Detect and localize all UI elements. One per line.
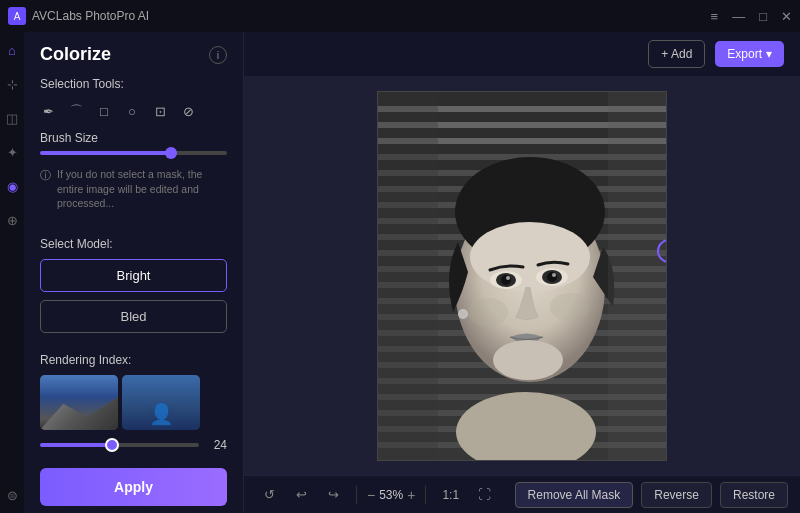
info-notice-icon: ⓘ: [40, 168, 51, 183]
sidebar-item-select[interactable]: ⊹: [2, 74, 22, 94]
thumbnail-person-image: [122, 375, 200, 430]
svg-point-39: [552, 273, 556, 277]
pen-tool[interactable]: ✒: [36, 99, 60, 123]
select-model-label: Select Model:: [40, 237, 227, 259]
rendering-slider-thumb: [105, 438, 119, 452]
export-label: Export: [727, 47, 762, 61]
titlebar: A AVCLabs PhotoPro AI ≡ — □ ✕: [0, 0, 800, 32]
model-bright-button[interactable]: Bright: [40, 259, 227, 292]
image-container: [244, 76, 800, 475]
svg-point-31: [470, 222, 590, 292]
left-panel: Colorize i Selection Tools: ✒ ⌒ □ ○ ⊡ ⊘ …: [24, 32, 244, 513]
ellipse-select-tool[interactable]: ○: [120, 99, 144, 123]
bottom-toolbar: ↺ ↩ ↪ − 53% + 1:1 ⛶ Remove All Mask Reve…: [244, 475, 800, 513]
rendering-index-label: Rendering Index:: [40, 353, 227, 367]
rotate-ccw-button[interactable]: ↺: [256, 482, 282, 508]
sidebar-item-settings[interactable]: ⊜: [2, 485, 22, 505]
model-bled-button[interactable]: Bled: [40, 300, 227, 333]
svg-rect-45: [378, 92, 438, 461]
brush-size-slider[interactable]: [40, 151, 227, 155]
main-layout: ⌂ ⊹ ◫ ✦ ◉ ⊕ ⊜ Colorize i Selection Tools…: [0, 32, 800, 513]
separator-2: [425, 486, 426, 504]
svg-rect-46: [608, 92, 667, 461]
app-title: AVCLabs PhotoPro AI: [32, 9, 149, 23]
close-button[interactable]: ✕: [781, 10, 792, 23]
svg-point-43: [468, 298, 508, 326]
sidebar-item-layers[interactable]: ◫: [2, 108, 22, 128]
apply-button[interactable]: Apply: [40, 468, 227, 506]
zoom-value: 53%: [379, 488, 403, 502]
svg-point-42: [460, 311, 466, 317]
canvas-area: + Add Export ▾: [244, 32, 800, 513]
rendering-thumbnails: [40, 375, 227, 430]
rendering-slider-container: 24: [40, 438, 227, 452]
rendering-index-slider[interactable]: [40, 443, 199, 447]
panel-title: Colorize: [40, 44, 111, 65]
rect-select-tool[interactable]: □: [92, 99, 116, 123]
svg-point-34: [501, 275, 511, 285]
app-logo: A AVCLabs PhotoPro AI: [8, 7, 149, 25]
thumbnail-mountain-image: [40, 375, 118, 430]
svg-point-40: [493, 340, 563, 380]
toolbar-right: Remove All Mask Reverse Restore: [515, 482, 788, 508]
top-header: + Add Export ▾: [244, 32, 800, 76]
thumbnail-mountain[interactable]: [40, 375, 118, 430]
info-notice-text: If you do not select a mask, the entire …: [57, 167, 227, 211]
maximize-button[interactable]: □: [759, 10, 767, 23]
model-section: Select Model: Bright Bled: [24, 229, 243, 349]
separator-1: [356, 486, 357, 504]
brush-size-label: Brush Size: [40, 131, 227, 145]
panel-header: Colorize i: [24, 32, 243, 73]
remove-all-mask-button[interactable]: Remove All Mask: [515, 482, 634, 508]
sidebar-item-mask[interactable]: ⊕: [2, 210, 22, 230]
selection-tools-label: Selection Tools:: [24, 73, 243, 95]
zoom-out-button[interactable]: −: [367, 487, 375, 503]
fullscreen-button[interactable]: ⛶: [471, 482, 497, 508]
brush-size-section: Brush Size: [24, 127, 243, 163]
sidebar-item-home[interactable]: ⌂: [2, 40, 22, 60]
export-chevron-icon: ▾: [766, 47, 772, 61]
minimize-button[interactable]: —: [732, 10, 745, 23]
info-icon[interactable]: i: [209, 46, 227, 64]
reverse-button[interactable]: Reverse: [641, 482, 712, 508]
icon-sidebar: ⌂ ⊹ ◫ ✦ ◉ ⊕ ⊜: [0, 32, 24, 513]
photo-frame: [377, 91, 667, 461]
svg-point-44: [550, 293, 590, 321]
sidebar-item-colorize[interactable]: ◉: [2, 176, 22, 196]
photo-svg: [378, 92, 667, 461]
svg-point-35: [506, 276, 510, 280]
add-button[interactable]: + Add: [648, 40, 705, 68]
selection-tools-row: ✒ ⌒ □ ○ ⊡ ⊘: [24, 95, 243, 127]
app-icon: A: [8, 7, 26, 25]
zoom-control: − 53% +: [367, 487, 415, 503]
undo-button[interactable]: ↩: [288, 482, 314, 508]
redo-button[interactable]: ↪: [320, 482, 346, 508]
rendering-section: Rendering Index: 24: [24, 349, 243, 456]
magic-wand-tool[interactable]: ⊡: [148, 99, 172, 123]
window-controls: ≡ — □ ✕: [711, 10, 792, 23]
apply-section: Apply: [24, 456, 243, 513]
restore-button[interactable]: Restore: [720, 482, 788, 508]
zoom-in-button[interactable]: +: [407, 487, 415, 503]
rendering-index-value: 24: [207, 438, 227, 452]
lasso-tool[interactable]: ⌒: [64, 99, 88, 123]
thumbnail-person[interactable]: [122, 375, 200, 430]
info-notice: ⓘ If you do not select a mask, the entir…: [24, 163, 243, 221]
brush-slider-container: [40, 151, 227, 155]
ratio-button[interactable]: 1:1: [436, 486, 465, 504]
brush-select-tool[interactable]: ⊘: [176, 99, 200, 123]
menu-button[interactable]: ≡: [711, 10, 719, 23]
brush-slider-thumb: [165, 147, 177, 159]
export-button[interactable]: Export ▾: [715, 41, 784, 67]
sidebar-item-effects[interactable]: ✦: [2, 142, 22, 162]
svg-point-38: [547, 272, 557, 282]
